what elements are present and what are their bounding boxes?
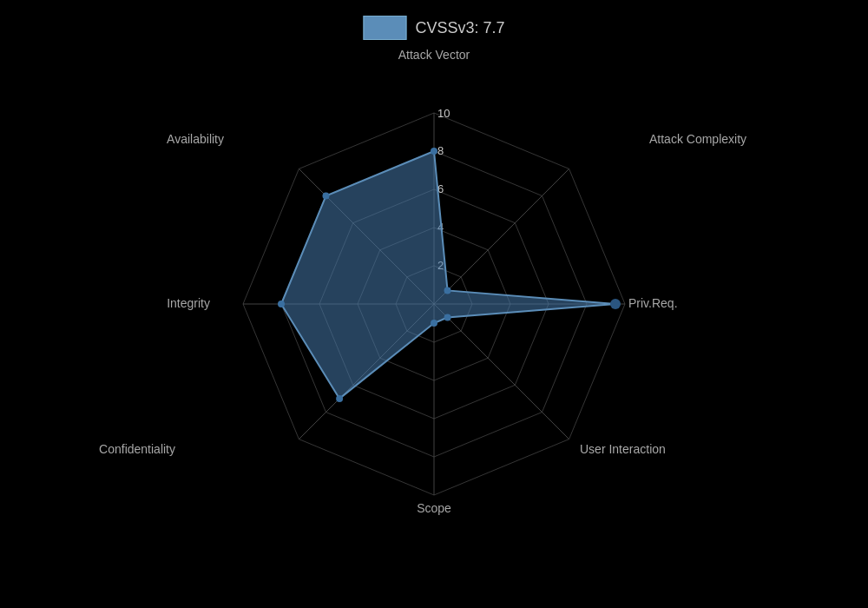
dot-availability (323, 193, 330, 200)
dot-attack-complexity (444, 287, 451, 294)
dot-user-interaction (444, 314, 451, 321)
label-confidentiality: Confidentiality (99, 442, 175, 456)
label-user-interaction: User Interaction (580, 442, 666, 456)
axis-user-interaction (434, 304, 569, 439)
dot-integrity (278, 301, 285, 307)
radar-chart: .grid-circle { fill: none; stroke: #444;… (0, 0, 868, 608)
label-attack-vector: Attack Vector (398, 48, 470, 62)
dot-confidentiality (336, 395, 343, 402)
grid-label-8: 8 (437, 144, 444, 157)
label-priv-req: Priv.Req. (628, 296, 678, 310)
dot-attack-vector (431, 148, 437, 155)
label-attack-complexity: Attack Complexity (649, 132, 746, 146)
label-integrity: Integrity (167, 296, 210, 310)
dot-scope (431, 320, 437, 327)
dot-priv-req (610, 299, 621, 309)
grid-label-10: 10 (437, 107, 450, 120)
label-scope: Scope (417, 501, 451, 515)
label-availability: Availability (167, 132, 224, 146)
data-polygon (281, 151, 615, 399)
chart-container: CVSSv3: 7.7 .grid-circle { fill: none; s… (0, 0, 868, 608)
axis-attack-complexity (434, 169, 569, 304)
